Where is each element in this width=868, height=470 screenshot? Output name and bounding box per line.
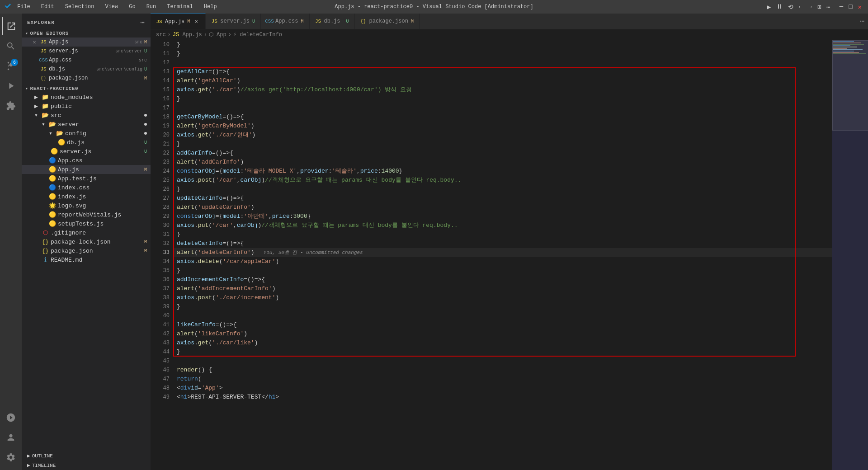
tree-indexcss[interactable]: 🔵 index.css xyxy=(22,183,151,192)
new-file-icon[interactable]: ⋯ xyxy=(140,18,145,27)
open-file-appcss[interactable]: CSS App.css src xyxy=(22,56,151,65)
tree-config[interactable]: ▾ 📂 config xyxy=(22,129,151,138)
source-control-icon[interactable]: 6 xyxy=(2,57,20,75)
tree-setuptests[interactable]: 🟡 setupTests.js xyxy=(22,219,151,228)
tree-apptestjs[interactable]: 🟡 App.test.js xyxy=(22,174,151,183)
menu-help[interactable]: Help xyxy=(202,3,219,11)
tree-logosvg[interactable]: 🌟 logo.svg xyxy=(22,201,151,210)
code-line-21[interactable]: } xyxy=(173,140,832,149)
breadcrumb-deletecarinfo[interactable]: ⚡ deleteCarInfo xyxy=(233,31,282,38)
open-editors-header[interactable]: ▾ OPEN EDITORS xyxy=(22,29,151,38)
open-file-dbjs[interactable]: JS db.js src\server\config U xyxy=(22,65,151,74)
code-line-23[interactable]: alert('addCarInfo') xyxy=(173,158,832,167)
code-line-36[interactable]: addIncrementCarInfo=()=>{ xyxy=(173,275,832,284)
tab-dbjs[interactable]: JS db.js U xyxy=(310,14,355,29)
tree-packagejson[interactable]: {} package.json M xyxy=(22,246,151,255)
code-line-19[interactable]: alert('getCarByModel') xyxy=(173,122,832,131)
tree-public[interactable]: ▶ 📁 public xyxy=(22,102,151,111)
tree-src[interactable]: ▾ 📂 src xyxy=(22,111,151,120)
open-file-packagejson[interactable]: {} package.json M xyxy=(22,74,151,83)
tree-node-modules[interactable]: ▶ 📁 node_modules xyxy=(22,93,151,102)
tree-server[interactable]: ▾ 📂 server xyxy=(22,120,151,129)
code-line-41[interactable]: likeCarInfo=()=>{ xyxy=(173,320,832,329)
back-icon[interactable]: ← xyxy=(797,2,804,11)
code-line-31[interactable]: } xyxy=(173,230,832,239)
code-line-38[interactable]: axios.post('./car/increment') xyxy=(173,293,832,302)
tree-appjs[interactable]: 🟡 App.js M xyxy=(22,165,151,174)
code-line-35[interactable]: } xyxy=(173,266,832,275)
tree-dbjs[interactable]: 🟡 db.js U xyxy=(22,138,151,147)
breadcrumb-src[interactable]: src xyxy=(156,32,166,38)
menu-run[interactable]: Run xyxy=(145,3,158,11)
code-line-27[interactable]: updateCarInfo=()=>{ xyxy=(173,194,832,203)
code-line-48[interactable]: <div id='App'> xyxy=(173,384,832,393)
settings-icon[interactable] xyxy=(2,448,20,466)
breadcrumb-app[interactable]: ⬡ App xyxy=(209,31,226,38)
code-line-44[interactable]: } xyxy=(173,348,832,357)
code-line-49[interactable]: <h1>REST-API-SERVER-TEST</h1> xyxy=(173,393,832,402)
search-icon[interactable] xyxy=(2,37,20,55)
open-file-serverjs[interactable]: JS server.js src\server U xyxy=(22,47,151,56)
code-line-24[interactable]: const carObj={model:'테슬라 MODEL X',provid… xyxy=(173,167,832,176)
split-icon[interactable]: ⊞ xyxy=(816,2,823,12)
code-line-32[interactable]: deleteCarInfo=()=>{ xyxy=(173,239,832,248)
tab-appcss[interactable]: CSS App.css M xyxy=(261,14,309,29)
code-line-10[interactable]: } xyxy=(173,40,832,49)
menu-file[interactable]: File xyxy=(15,3,32,11)
tree-readme[interactable]: ℹ README.md xyxy=(22,255,151,264)
tab-packagejson[interactable]: {} package.json M xyxy=(355,14,420,29)
tree-indexjs[interactable]: 🟡 index.js xyxy=(22,192,151,201)
code-line-46[interactable]: render() { xyxy=(173,366,832,375)
run-icon[interactable]: ▶ xyxy=(765,2,773,12)
tab-appjs[interactable]: JS App.js M ✕ xyxy=(151,14,206,29)
code-line-17[interactable] xyxy=(173,103,832,113)
code-line-14[interactable]: alert('getAllCar') xyxy=(173,76,832,85)
tree-reportwebvitals[interactable]: 🟡 reportWebVitals.js xyxy=(22,210,151,219)
code-line-42[interactable]: alert('likeCarInfo') xyxy=(173,329,832,338)
code-line-26[interactable]: } xyxy=(173,185,832,194)
project-header[interactable]: ▾ REACT-PRACTICE0 xyxy=(22,85,151,93)
code-line-11[interactable]: } xyxy=(173,49,832,58)
code-line-12[interactable] xyxy=(173,58,832,67)
menu-go[interactable]: Go xyxy=(127,3,137,11)
open-file-appjs[interactable]: ✕ JS App.js src M xyxy=(22,38,151,47)
code-line-28[interactable]: alert('updateCarInfo') xyxy=(173,203,832,212)
tree-appcss[interactable]: 🔵 App.css xyxy=(22,156,151,165)
menu-view[interactable]: View xyxy=(103,3,120,11)
tab-split-icon[interactable]: ⋯ xyxy=(860,17,864,26)
code-line-25[interactable]: axios.post('/car',carObj)//객체형으로 요구할 때는 … xyxy=(173,176,832,185)
menu-selection[interactable]: Selection xyxy=(63,3,96,11)
close-btn[interactable]: ✕ xyxy=(856,2,863,12)
code-line-20[interactable]: axios.get('./car/현대') xyxy=(173,131,832,140)
code-line-18[interactable]: getCarByModel=()=>{ xyxy=(173,113,832,122)
appjs-tab-close[interactable]: ✕ xyxy=(193,18,200,25)
tab-serverjs[interactable]: JS server.js U xyxy=(206,14,261,29)
timeline-section[interactable]: ▶ TIMELINE xyxy=(22,461,151,470)
menu-terminal[interactable]: Terminal xyxy=(165,3,195,11)
run-debug-icon[interactable] xyxy=(2,77,20,95)
extensions-icon[interactable] xyxy=(2,97,20,115)
tree-gitignore[interactable]: ⬡ .gitignore xyxy=(22,228,151,237)
debug-icon[interactable]: ⏸ xyxy=(774,2,784,11)
code-area[interactable]: } } getAllCar=()=>{ alert('getAllC xyxy=(173,40,832,470)
code-line-16[interactable]: } xyxy=(173,94,832,103)
account-icon[interactable] xyxy=(2,428,20,446)
close-appjs-icon[interactable]: ✕ xyxy=(31,38,38,46)
code-line-13[interactable]: getAllCar=()=>{ xyxy=(173,67,832,76)
code-line-39[interactable]: } xyxy=(173,302,832,311)
code-line-22[interactable]: addCarInfo=()=>{ xyxy=(173,149,832,158)
code-line-34[interactable]: axios.delete('/car/appleCar') xyxy=(173,257,832,266)
code-line-33[interactable]: alert('deleteCarInfo') You, 30초 전 • Unco… xyxy=(173,248,832,257)
outline-section[interactable]: ▶ OUTLINE xyxy=(22,451,151,461)
code-line-47[interactable]: return ( xyxy=(173,375,832,384)
refresh-icon[interactable]: ⟲ xyxy=(786,2,795,12)
menu-edit[interactable]: Edit xyxy=(39,3,56,11)
code-line-37[interactable]: alert('addIncrementCarInfo') xyxy=(173,284,832,293)
tree-packagelockjson[interactable]: {} package-lock.json M xyxy=(22,237,151,246)
remote-icon[interactable] xyxy=(2,409,20,427)
tree-serverjs[interactable]: 🟡 server.js U xyxy=(22,147,151,156)
code-line-30[interactable]: axios.put('/car',carObj)//객체형으로 요구할 때는 p… xyxy=(173,221,832,230)
code-line-45[interactable] xyxy=(173,357,832,366)
code-line-15[interactable]: axios.get('./car')//axios get('http://lo… xyxy=(173,85,832,94)
breadcrumb-appjs[interactable]: JS App.js xyxy=(173,32,202,38)
